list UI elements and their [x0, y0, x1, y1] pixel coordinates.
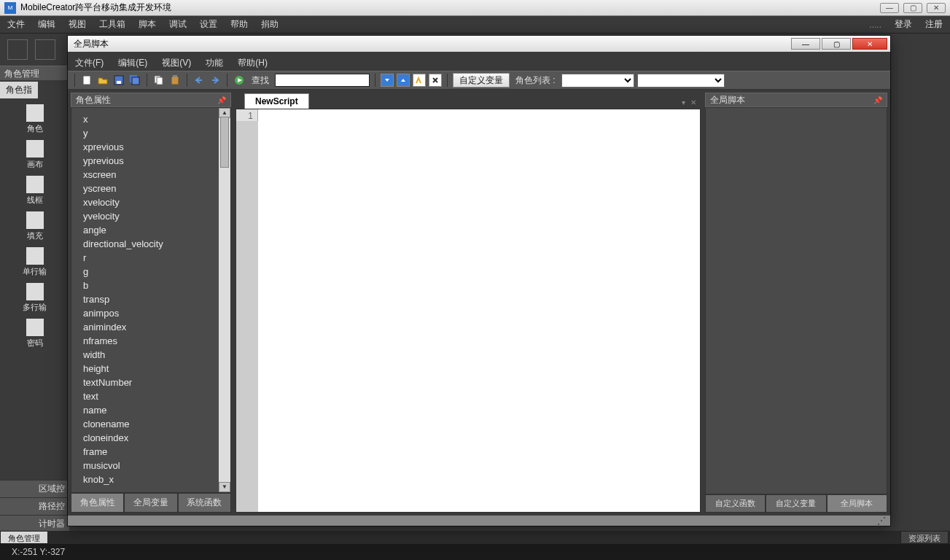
tool-multiline[interactable]: 多行输	[0, 283, 69, 313]
new-icon[interactable]	[80, 74, 93, 87]
left-tab-sysfuncs[interactable]: 系统函数	[178, 493, 231, 513]
bottom-tab-resource-list[interactable]: 资源列表	[900, 531, 949, 544]
maximize-button[interactable]: ▢	[903, 3, 922, 13]
left-dock-active-tab[interactable]: 角色指	[0, 82, 38, 98]
saveall-icon[interactable]	[128, 74, 141, 87]
bottom-tab-role-manage[interactable]: 角色管理	[0, 531, 48, 544]
property-item[interactable]: xvelocity	[83, 195, 219, 209]
highlight-icon[interactable]	[413, 74, 426, 87]
scroll-thumb[interactable]	[220, 117, 229, 168]
property-item[interactable]: transp	[83, 292, 219, 306]
menu-donate[interactable]: 捐助	[261, 18, 279, 31]
property-item[interactable]: nframes	[83, 334, 219, 348]
property-item[interactable]: r	[83, 251, 219, 265]
find-next-icon[interactable]	[381, 74, 394, 87]
menu-edit[interactable]: 编辑	[38, 18, 55, 31]
clear-find-icon[interactable]	[429, 74, 442, 87]
copy-icon[interactable]	[152, 74, 166, 87]
menu-help[interactable]: 帮助	[230, 18, 248, 31]
pin-icon[interactable]: 📌	[217, 96, 226, 104]
property-item[interactable]: x	[83, 112, 219, 126]
property-item[interactable]: frame	[83, 445, 219, 459]
menu-login[interactable]: 登录	[895, 18, 912, 31]
tab-close-icon[interactable]: ✕	[689, 98, 698, 107]
property-item[interactable]: textNumber	[83, 376, 219, 389]
property-item[interactable]: g	[83, 265, 219, 279]
custom-var-button[interactable]: 自定义变量	[453, 73, 510, 88]
right-tab-customvar[interactable]: 自定义变量	[766, 494, 826, 513]
tool-role[interactable]: 角色	[0, 104, 69, 134]
menu-view[interactable]: 视图	[69, 18, 86, 31]
dialog-titlebar[interactable]: 全局脚本 — ▢ ✕	[68, 36, 890, 52]
property-item[interactable]: knob_x	[83, 472, 219, 486]
property-item[interactable]: height	[83, 362, 219, 376]
minimize-button[interactable]: —	[880, 3, 899, 13]
property-item[interactable]: cloneindex	[83, 431, 219, 445]
dialog-minimize-button[interactable]: —	[791, 38, 820, 50]
pin-icon[interactable]: 📌	[873, 96, 882, 104]
tool-password[interactable]: 密码	[0, 319, 69, 349]
property-item[interactable]: animindex	[83, 320, 219, 334]
menu-toolbox[interactable]: 工具箱	[99, 18, 125, 31]
dlg-menu-func[interactable]: 功能	[206, 57, 223, 69]
tool-singleline[interactable]: 单行输	[0, 247, 69, 277]
property-item[interactable]: text	[83, 389, 219, 403]
property-item[interactable]: animpos	[83, 306, 219, 320]
scroll-down-icon[interactable]: ▼	[219, 482, 230, 492]
left-tab-path[interactable]: 路径控	[0, 497, 69, 515]
open-icon[interactable]	[96, 74, 109, 87]
tab-dropdown-icon[interactable]: ▾	[679, 98, 688, 107]
property-item[interactable]: xscreen	[83, 168, 219, 182]
menu-settings[interactable]: 设置	[200, 18, 217, 31]
dlg-menu-file[interactable]: 文件(F)	[75, 57, 104, 69]
property-item[interactable]: yprevious	[83, 154, 219, 168]
open-file-icon[interactable]	[35, 39, 55, 60]
property-item[interactable]: y	[83, 126, 219, 140]
role-select-2[interactable]	[637, 74, 725, 88]
resize-grip-icon[interactable]: ⋰	[877, 516, 886, 526]
dialog-maximize-button[interactable]: ▢	[822, 38, 851, 50]
dialog-close-button[interactable]: ✕	[852, 38, 887, 50]
code-editor[interactable]: 1	[235, 109, 701, 513]
property-item[interactable]: width	[83, 348, 219, 362]
properties-list[interactable]: xyxpreviousypreviousxscreenyscreenxveloc…	[71, 108, 219, 492]
menu-register[interactable]: 注册	[925, 18, 943, 31]
role-select-1[interactable]	[561, 74, 634, 88]
save-icon[interactable]	[112, 74, 125, 87]
menu-script[interactable]: 脚本	[139, 18, 156, 31]
menu-file[interactable]: 文件	[7, 18, 25, 31]
close-button[interactable]: ✕	[927, 3, 946, 13]
property-item[interactable]: angle	[83, 223, 219, 237]
global-script-list[interactable]	[705, 107, 887, 494]
find-prev-icon[interactable]	[397, 74, 410, 87]
editor-tab-newscript[interactable]: NewScript	[244, 93, 309, 109]
property-item[interactable]: b	[83, 279, 219, 292]
property-item[interactable]: directional_velocity	[83, 237, 219, 251]
menu-debug[interactable]: 调试	[169, 18, 187, 31]
dlg-menu-help[interactable]: 帮助(H)	[238, 57, 268, 69]
code-area[interactable]	[258, 109, 700, 512]
left-tab-properties[interactable]: 角色属性	[71, 493, 124, 513]
property-item[interactable]: yscreen	[83, 182, 219, 195]
property-item[interactable]: musicvol	[83, 459, 219, 472]
find-input[interactable]	[275, 74, 370, 87]
tool-fill[interactable]: 填充	[0, 211, 69, 241]
run-icon[interactable]	[233, 74, 246, 87]
dlg-menu-edit[interactable]: 编辑(E)	[118, 57, 147, 69]
paste-icon[interactable]	[168, 74, 182, 87]
left-tab-region[interactable]: 区域控	[0, 480, 69, 497]
undo-icon[interactable]	[192, 74, 206, 87]
redo-icon[interactable]	[209, 74, 222, 87]
tool-wireframe[interactable]: 线框	[0, 176, 69, 206]
right-tab-globalscript[interactable]: 全局脚本	[827, 494, 887, 513]
left-tab-globals[interactable]: 全局变量	[124, 493, 177, 513]
left-tab-timer[interactable]: 计时器	[0, 515, 69, 532]
property-item[interactable]: yvelocity	[83, 209, 219, 223]
tool-canvas[interactable]: 画布	[0, 140, 69, 170]
new-file-icon[interactable]	[7, 39, 28, 60]
dlg-menu-view[interactable]: 视图(V)	[162, 57, 191, 69]
property-item[interactable]: xprevious	[83, 140, 219, 154]
property-item[interactable]: name	[83, 403, 219, 417]
right-tab-customfunc[interactable]: 自定义函数	[705, 494, 766, 513]
properties-scrollbar[interactable]: ▲ ▼	[219, 108, 230, 492]
